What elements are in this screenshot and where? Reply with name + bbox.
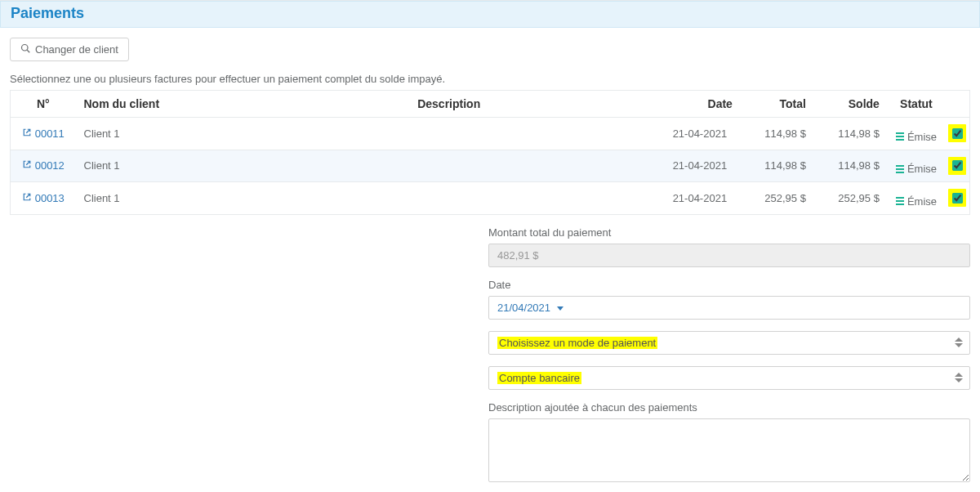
row-select-highlight (948, 157, 966, 175)
invoice-number-link[interactable]: 00012 (35, 159, 65, 172)
cell-balance: 114,98 $ (814, 150, 888, 182)
cell-balance: 114,98 $ (814, 118, 888, 150)
cell-total: 252,95 $ (741, 182, 814, 215)
page-body: Changer de client Sélectionnez une ou pl… (0, 28, 980, 492)
sort-icon (955, 373, 963, 382)
cell-total: 114,98 $ (741, 118, 814, 150)
cell-date: 21-04-2021 (659, 150, 741, 182)
total-amount-input (488, 244, 970, 267)
row-select-highlight (948, 189, 966, 207)
status-text: Émise (907, 131, 937, 143)
search-icon (20, 43, 30, 56)
change-client-button[interactable]: Changer de client (10, 38, 129, 61)
status-bars-icon (896, 197, 904, 205)
svg-line-1 (27, 50, 29, 52)
payment-method-placeholder: Choisissez un mode de paiement (497, 337, 657, 349)
invoice-number-link[interactable]: 00011 (35, 127, 65, 140)
svg-line-3 (26, 162, 30, 166)
col-description: Description (239, 91, 659, 118)
external-link-icon[interactable] (22, 159, 32, 169)
external-link-icon[interactable] (22, 192, 32, 202)
col-status: Statut (888, 91, 945, 118)
status-badge: Émise (896, 131, 937, 143)
status-badge: Émise (896, 195, 937, 208)
status-text: Émise (907, 163, 937, 175)
col-client: Nom du client (76, 91, 239, 118)
instructions-text: Sélectionnez une ou plusieurs factures p… (10, 73, 970, 85)
sort-icon (955, 338, 963, 347)
cell-client: Client 1 (76, 118, 239, 150)
date-picker-value: 21/04/2021 (497, 302, 550, 314)
cell-client: Client 1 (76, 150, 239, 182)
description-label: Description ajoutée à chacun des paiemen… (488, 401, 970, 414)
status-bars-icon (896, 132, 904, 141)
status-text: Émise (907, 195, 937, 208)
table-row[interactable]: 00013Client 121-04-2021252,95 $252,95 $É… (11, 182, 970, 215)
page-header: Paiements (0, 1, 980, 28)
total-amount-label: Montant total du paiement (488, 226, 970, 239)
col-number: N° (11, 91, 76, 118)
description-textarea[interactable] (488, 418, 970, 482)
date-picker[interactable]: 21/04/2021 (488, 296, 970, 320)
row-select-checkbox[interactable] (952, 128, 963, 139)
col-total: Total (741, 91, 814, 118)
svg-point-0 (22, 45, 29, 51)
row-select-highlight (948, 124, 966, 142)
payment-method-select[interactable]: Choisissez un mode de paiement (488, 331, 970, 355)
cell-balance: 252,95 $ (814, 182, 888, 215)
cell-description (239, 118, 659, 150)
invoice-number-link[interactable]: 00013 (35, 192, 65, 204)
svg-line-2 (26, 129, 30, 133)
cell-total: 114,98 $ (741, 150, 814, 182)
bank-account-placeholder: Compte bancaire (497, 372, 581, 384)
cell-description (239, 182, 659, 215)
status-badge: Émise (896, 163, 937, 175)
change-client-label: Changer de client (35, 43, 118, 56)
table-row[interactable]: 00011Client 121-04-2021114,98 $114,98 $É… (11, 118, 970, 150)
payments-page: Paiements Changer de client Sélectionnez… (0, 0, 980, 492)
col-balance: Solde (814, 91, 888, 118)
cell-description (239, 150, 659, 182)
cell-date: 21-04-2021 (659, 182, 741, 215)
col-date: Date (659, 91, 741, 118)
external-link-icon[interactable] (22, 127, 32, 137)
date-label: Date (488, 279, 970, 291)
cell-date: 21-04-2021 (659, 118, 741, 150)
payment-form: Montant total du paiement Date 21/04/202… (488, 226, 970, 493)
page-title: Paiements (11, 5, 969, 22)
svg-line-4 (26, 194, 30, 198)
row-select-checkbox[interactable] (952, 193, 963, 204)
chevron-down-icon (557, 306, 564, 311)
col-select (945, 91, 970, 118)
table-header-row: N° Nom du client Description Date Total … (11, 91, 970, 118)
invoices-table: N° Nom du client Description Date Total … (10, 90, 970, 215)
bank-account-select[interactable]: Compte bancaire (488, 366, 970, 390)
table-row[interactable]: 00012Client 121-04-2021114,98 $114,98 $É… (11, 150, 970, 182)
cell-client: Client 1 (76, 182, 239, 215)
status-bars-icon (896, 165, 904, 173)
row-select-checkbox[interactable] (952, 160, 963, 171)
